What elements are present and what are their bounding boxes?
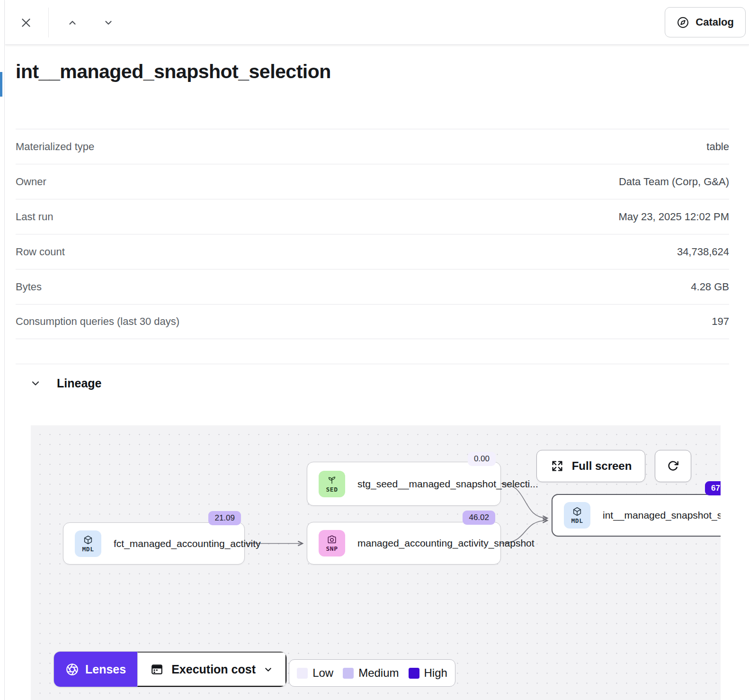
page-title: int__managed_snapshot_selection — [16, 61, 331, 83]
legend-item-low: Low — [297, 666, 333, 680]
metadata-row-row-count: Row count 34,738,624 — [16, 234, 729, 269]
lineage-node-fct-managed-accounting-activity[interactable]: 21.09 MDL fct_managed_accounting_activit… — [63, 522, 245, 565]
metadata-table: Materialized type table Owner Data Team … — [16, 129, 729, 339]
aperture-icon — [65, 663, 79, 676]
metadata-row-bytes: Bytes 4.28 GB — [16, 269, 729, 304]
panel-toolbar: Catalog — [5, 0, 749, 45]
metadata-value: 34,738,624 — [677, 246, 729, 258]
execution-cost-badge: 67 — [705, 481, 721, 495]
metadata-row-owner: Owner Data Team (Corp, G&A) — [16, 164, 729, 199]
lenses-control: Lenses Execution cost — [54, 651, 287, 687]
node-label: int__managed_snapshot_selection — [603, 510, 721, 521]
camera-icon — [327, 534, 337, 545]
chevron-up-icon — [67, 18, 78, 28]
node-type-badge-model: MDL — [564, 502, 590, 529]
lineage-node-managed-accounting-activity-snapshot[interactable]: 46.02 SNP managed_accounting_activity_sn… — [307, 522, 501, 565]
toolbar-divider — [48, 8, 49, 37]
lineage-graph-canvas[interactable]: 21.09 MDL fct_managed_accounting_activit… — [31, 425, 721, 700]
table-grid-icon — [150, 663, 164, 676]
chevron-down-icon — [263, 664, 273, 674]
chevron-down-icon — [103, 18, 114, 28]
expand-arrows-icon — [550, 459, 564, 473]
node-label: fct_managed_accounting_activity — [114, 538, 261, 549]
metadata-label: Consumption queries (last 30 days) — [16, 315, 179, 328]
metadata-value: Data Team (Corp, G&A) — [619, 176, 729, 188]
cube-icon — [572, 506, 582, 517]
underlying-page-edge — [0, 0, 5, 700]
node-type-badge-seed: SED — [319, 471, 345, 497]
metadata-label: Materialized type — [16, 141, 94, 153]
lineage-section-title: Lineage — [57, 377, 101, 390]
metadata-value: May 23, 2025 12:02 PM — [618, 211, 729, 223]
collapse-section-button[interactable] — [28, 376, 43, 390]
legend-item-high: High — [409, 666, 447, 680]
metadata-value: 4.28 GB — [691, 281, 729, 293]
node-type-label: MDL — [571, 517, 583, 524]
refresh-graph-button[interactable] — [655, 450, 691, 482]
metadata-label: Row count — [16, 246, 65, 258]
node-type-label: SNP — [326, 545, 338, 552]
node-type-label: MDL — [82, 546, 94, 553]
node-label: stg_seed__managed_snapshot_selecti... — [357, 478, 538, 490]
metadata-label: Bytes — [16, 281, 42, 293]
catalog-button[interactable]: Catalog — [665, 7, 746, 37]
lens-selector-dropdown[interactable]: Execution cost — [137, 652, 286, 687]
metadata-row-materialized-type: Materialized type table — [16, 129, 729, 164]
node-type-badge-model: MDL — [75, 530, 101, 557]
metadata-label: Last run — [16, 211, 54, 223]
cube-icon — [83, 535, 93, 545]
sprout-icon — [327, 475, 337, 485]
low-cost-swatch — [297, 668, 308, 679]
lineage-node-stg-seed-managed-snapshot-selection[interactable]: 0.00 SED stg_seed__managed_snapshot_sele… — [307, 462, 501, 506]
node-label: managed_accounting_activity_snapshot — [357, 538, 535, 549]
execution-cost-badge: 46.02 — [463, 511, 495, 525]
catalog-button-label: Catalog — [696, 16, 734, 28]
section-divider — [16, 364, 729, 364]
compass-icon — [677, 16, 689, 29]
lineage-node-int-managed-snapshot-selection-selected[interactable]: 67 MDL int__managed_snapshot_selection — [552, 494, 721, 537]
full-screen-button[interactable]: Full screen — [536, 450, 645, 482]
execution-cost-badge: 21.09 — [208, 511, 241, 525]
scroll-indicator-bar — [0, 72, 2, 97]
lenses-button[interactable]: Lenses — [54, 652, 137, 687]
next-item-button[interactable] — [99, 14, 118, 31]
lineage-section-header: Lineage — [28, 376, 101, 390]
node-type-label: SED — [326, 486, 338, 493]
legend-item-medium: Medium — [343, 666, 399, 680]
close-icon — [20, 17, 32, 29]
legend-label: Low — [312, 666, 333, 680]
legend-label: Medium — [358, 666, 399, 680]
metadata-value: 197 — [712, 315, 729, 328]
metadata-row-consumption-queries: Consumption queries (last 30 days) 197 — [16, 304, 729, 339]
legend-label: High — [424, 666, 447, 680]
metadata-row-last-run: Last run May 23, 2025 12:02 PM — [16, 199, 729, 234]
refresh-icon — [666, 459, 680, 473]
execution-cost-badge: 0.00 — [468, 452, 496, 466]
cost-legend: Low Medium High — [289, 659, 455, 687]
lenses-button-label: Lenses — [85, 663, 126, 676]
close-button[interactable] — [16, 12, 36, 33]
full-screen-label: Full screen — [572, 459, 632, 473]
selected-lens-label: Execution cost — [171, 663, 256, 676]
high-cost-swatch — [409, 668, 419, 679]
chevron-down-icon — [30, 377, 41, 389]
metadata-value: table — [706, 141, 729, 153]
previous-item-button[interactable] — [63, 14, 82, 31]
medium-cost-swatch — [343, 668, 354, 679]
metadata-label: Owner — [16, 176, 46, 188]
node-type-badge-snapshot: SNP — [319, 530, 345, 556]
